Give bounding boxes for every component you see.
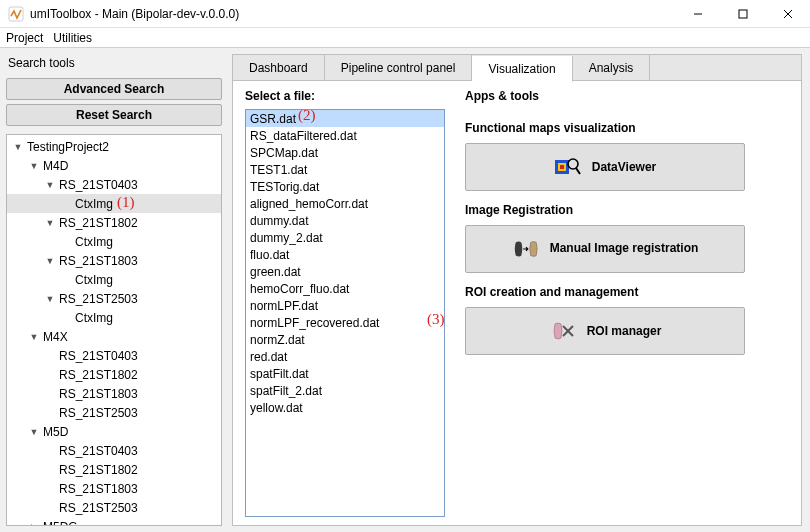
manual-image-registration-button[interactable]: Manual Image registration xyxy=(465,225,745,273)
file-row[interactable]: TESTorig.dat xyxy=(246,178,444,195)
titlebar: umIToolbox - Main (Bipolar-dev-v.0.0.0) xyxy=(0,0,810,28)
chevron-down-icon[interactable]: ▼ xyxy=(29,161,39,171)
tree-node[interactable]: RS_21ST1802 xyxy=(7,460,221,479)
tree-node[interactable]: RS_21ST1803 xyxy=(7,384,221,403)
tree-node[interactable]: ▼RS_21ST2503 xyxy=(7,289,221,308)
tree-node-label: RS_21ST0403 xyxy=(59,444,138,458)
svg-rect-7 xyxy=(560,165,564,169)
tree-node[interactable]: ▼RS_21ST1803 xyxy=(7,251,221,270)
tree-node[interactable]: ▼RS_21ST0403 xyxy=(7,175,221,194)
window-title: umIToolbox - Main (Bipolar-dev-v.0.0.0) xyxy=(30,7,675,21)
chevron-down-icon[interactable]: ▼ xyxy=(45,256,55,266)
tree-node[interactable]: ▼M4D xyxy=(7,156,221,175)
tree-node-label: CtxImg xyxy=(75,311,113,325)
tree-node[interactable]: ▼M5D xyxy=(7,422,221,441)
file-list[interactable]: GSR.datRS_dataFiltered.datSPCMap.datTEST… xyxy=(245,109,445,517)
file-row[interactable]: fluo.dat xyxy=(246,246,444,263)
tree-node[interactable]: RS_21ST2503 xyxy=(7,498,221,517)
file-row[interactable]: aligned_hemoCorr.dat xyxy=(246,195,444,212)
tree-node-label: RS_21ST1802 xyxy=(59,368,138,382)
section-heading-image-registration: Image Registration xyxy=(465,203,789,217)
dataviewer-button[interactable]: DataViewer xyxy=(465,143,745,191)
file-row[interactable]: spatFilt_2.dat xyxy=(246,382,444,399)
tree-node[interactable]: RS_21ST0403 xyxy=(7,441,221,460)
project-tree[interactable]: ▼TestingProject2▼M4D▼RS_21ST0403CtxImg▼R… xyxy=(6,134,222,526)
roi-manager-label: ROI manager xyxy=(587,324,662,338)
minimize-button[interactable] xyxy=(675,0,720,28)
file-row[interactable]: dummy.dat xyxy=(246,212,444,229)
tree-node-label: CtxImg xyxy=(75,273,113,287)
tree-node[interactable]: RS_21ST2503 xyxy=(7,403,221,422)
maximize-button[interactable] xyxy=(720,0,765,28)
file-row[interactable]: hemoCorr_fluo.dat xyxy=(246,280,444,297)
tree-node[interactable]: CtxImg xyxy=(7,308,221,327)
apps-column: Apps & tools Functional maps visualizati… xyxy=(445,89,789,517)
right-panel: Dashboard Pipeline control panel Visuali… xyxy=(228,48,810,532)
svg-point-8 xyxy=(568,159,578,169)
tab-visualization[interactable]: Visualization xyxy=(472,56,572,82)
file-column: Select a file: GSR.datRS_dataFiltered.da… xyxy=(245,89,445,517)
menu-utilities[interactable]: Utilities xyxy=(53,31,92,45)
tree-node-label: M5D xyxy=(43,425,68,439)
chevron-down-icon[interactable]: ▼ xyxy=(45,294,55,304)
close-button[interactable] xyxy=(765,0,810,28)
tab-bar: Dashboard Pipeline control panel Visuali… xyxy=(232,54,802,80)
tree-node[interactable]: ▶M5DG xyxy=(7,517,221,526)
reset-search-button[interactable]: Reset Search xyxy=(6,104,222,126)
chevron-down-icon[interactable]: ▼ xyxy=(45,218,55,228)
tab-pipeline[interactable]: Pipeline control panel xyxy=(325,55,473,81)
tree-node[interactable]: RS_21ST0403 xyxy=(7,346,221,365)
tree-node-label: M4D xyxy=(43,159,68,173)
file-row[interactable]: yellow.dat xyxy=(246,399,444,416)
search-tools-label: Search tools xyxy=(6,54,222,74)
chevron-down-icon[interactable]: ▼ xyxy=(45,180,55,190)
chevron-right-icon[interactable]: ▶ xyxy=(29,522,39,527)
tree-node-label: RS_21ST1803 xyxy=(59,387,138,401)
tree-node[interactable]: ▼TestingProject2 xyxy=(7,137,221,156)
roi-manager-button[interactable]: ROI manager xyxy=(465,307,745,355)
left-panel: Search tools Advanced Search Reset Searc… xyxy=(0,48,228,532)
tree-node[interactable]: CtxImg xyxy=(7,270,221,289)
tree-node[interactable]: ▼RS_21ST1802 xyxy=(7,213,221,232)
file-row[interactable]: TEST1.dat xyxy=(246,161,444,178)
file-row[interactable]: dummy_2.dat xyxy=(246,229,444,246)
tree-node-label: RS_21ST2503 xyxy=(59,501,138,515)
tab-analysis[interactable]: Analysis xyxy=(573,55,651,81)
menu-project[interactable]: Project xyxy=(6,31,43,45)
tree-node-label: CtxImg xyxy=(75,197,113,211)
tree-node[interactable]: CtxImg xyxy=(7,232,221,251)
file-row[interactable]: spatFilt.dat xyxy=(246,365,444,382)
tree-node-label: RS_21ST1802 xyxy=(59,216,138,230)
chevron-down-icon[interactable]: ▼ xyxy=(29,332,39,342)
tree-node-label: M5DG xyxy=(43,520,78,527)
dataviewer-label: DataViewer xyxy=(592,160,656,174)
file-row[interactable]: GSR.dat xyxy=(246,110,444,127)
tree-node-label: M4X xyxy=(43,330,68,344)
registration-icon xyxy=(512,238,540,260)
file-row[interactable]: red.dat xyxy=(246,348,444,365)
tab-dashboard[interactable]: Dashboard xyxy=(233,55,325,81)
advanced-search-button[interactable]: Advanced Search xyxy=(6,78,222,100)
dataviewer-icon xyxy=(554,156,582,178)
tree-node-label: RS_21ST2503 xyxy=(59,292,138,306)
section-heading-functional-maps: Functional maps visualization xyxy=(465,121,789,135)
tree-node-label: CtxImg xyxy=(75,235,113,249)
file-row[interactable]: SPCMap.dat xyxy=(246,144,444,161)
app-logo-icon xyxy=(8,6,24,22)
tree-node[interactable]: CtxImg xyxy=(7,194,221,213)
chevron-down-icon[interactable]: ▼ xyxy=(29,427,39,437)
tree-node-label: RS_21ST2503 xyxy=(59,406,138,420)
tree-node-label: RS_21ST1802 xyxy=(59,463,138,477)
file-row[interactable]: normZ.dat xyxy=(246,331,444,348)
manual-image-registration-label: Manual Image registration xyxy=(550,242,699,255)
file-row[interactable]: green.dat xyxy=(246,263,444,280)
tree-node[interactable]: RS_21ST1803 xyxy=(7,479,221,498)
tree-node[interactable]: ▼M4X xyxy=(7,327,221,346)
chevron-down-icon[interactable]: ▼ xyxy=(13,142,23,152)
svg-rect-2 xyxy=(739,10,747,18)
file-row[interactable]: normLPF.dat xyxy=(246,297,444,314)
roi-manager-icon xyxy=(549,320,577,342)
file-row[interactable]: normLPF_recovered.dat xyxy=(246,314,444,331)
tree-node[interactable]: RS_21ST1802 xyxy=(7,365,221,384)
file-row[interactable]: RS_dataFiltered.dat xyxy=(246,127,444,144)
